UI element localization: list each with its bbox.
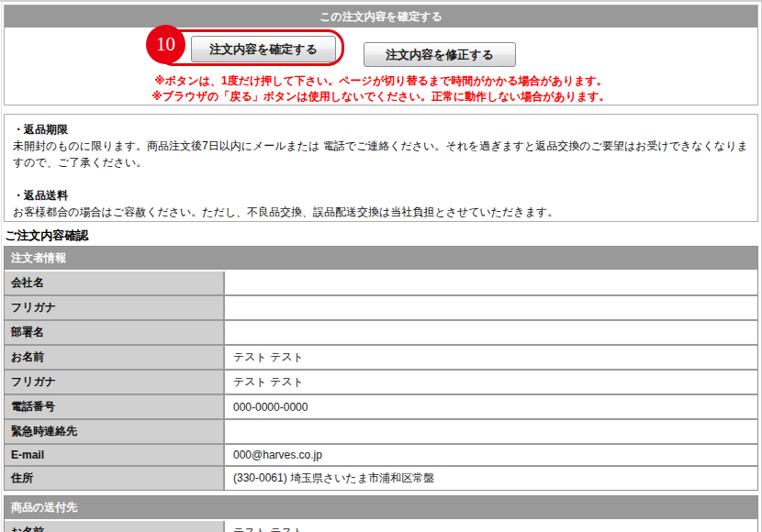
row-label: E-mail: [5, 445, 225, 467]
order-confirmation-heading: ご注文内容確認: [5, 227, 758, 244]
return-shipping-title: ・返品送料: [13, 187, 749, 204]
confirm-order-button[interactable]: 注文内容を確定する: [191, 36, 336, 62]
order-confirmation-page: この注文内容を確定する 注文内容を確定する 注文内容を修正する 10 ※ボタンは…: [4, 5, 758, 532]
row-value: テスト テスト: [225, 521, 757, 532]
row-value: テスト テスト: [225, 346, 757, 371]
return-deadline-title: ・返品期限: [13, 121, 749, 138]
row-value: [225, 272, 757, 296]
shipping-row-name: お名前 テスト テスト: [5, 521, 757, 532]
shipping-info-table: 商品の送付先 お名前 テスト テスト: [4, 495, 758, 532]
row-value: [225, 420, 757, 445]
orderer-row-phone: 電話番号 000-0000-0000: [5, 395, 757, 420]
confirm-box-title: この注文内容を確定する: [5, 6, 757, 28]
modify-order-button[interactable]: 注文内容を修正する: [364, 42, 516, 67]
row-label: フリガナ: [5, 296, 225, 321]
orderer-row-email: E-mail 000@harves.co.jp: [5, 445, 757, 467]
row-label: 部署名: [5, 321, 225, 346]
row-label: 電話番号: [5, 395, 225, 420]
return-deadline-body: 未開封のものに限ります。商品注文後7日以内にメールまたは 電話でご連絡ください。…: [13, 138, 749, 171]
policy-spacer: [13, 171, 749, 187]
return-shipping-body: お客様都合の場合はご容赦ください。ただし、不良品交換、誤品配送交換は当社負担とさ…: [13, 204, 749, 220]
row-value: [225, 321, 757, 346]
row-value: [225, 296, 757, 321]
orderer-row-department: 部署名: [5, 321, 757, 346]
orderer-info-header: 注文者情報: [5, 247, 757, 272]
row-value: テスト テスト: [225, 371, 757, 395]
confirm-action-box: この注文内容を確定する 注文内容を確定する 注文内容を修正する 10 ※ボタンは…: [4, 5, 758, 105]
row-label: 緊急時連絡先: [5, 420, 225, 445]
shipping-info-header-row: 商品の送付先: [5, 496, 757, 521]
return-policy-box: ・返品期限 未開封のものに限ります。商品注文後7日以内にメールまたは 電話でご連…: [4, 114, 758, 222]
row-label: お名前: [5, 346, 225, 371]
window-left-edge: [1, 0, 2, 532]
row-value: 000@harves.co.jp: [225, 445, 757, 467]
warning-press-once: ※ボタンは、1度だけ押して下さい。ページが切り替るまで時間がかかる場合があります…: [5, 73, 757, 89]
orderer-info-table: 注文者情報 会社名 フリガナ 部署名 お名前 テスト テスト フリガナ テスト …: [4, 246, 758, 491]
orderer-row-company-furigana: フリガナ: [5, 296, 757, 321]
orderer-row-address: 住所 (330-0061) 埼玉県さいたま市浦和区常盤: [5, 467, 757, 490]
row-value: 000-0000-0000: [225, 395, 757, 420]
row-label: 会社名: [5, 272, 225, 296]
row-label: お名前: [5, 521, 225, 532]
orderer-info-header-row: 注文者情報: [5, 247, 757, 272]
confirm-box-body: 注文内容を確定する 注文内容を修正する 10 ※ボタンは、1度だけ押して下さい。…: [5, 28, 757, 105]
warning-no-back-button: ※ブラウザの「戻る」ボタンは使用しないでください。正常に動作しない場合があります…: [5, 89, 757, 105]
row-label: 住所: [5, 467, 225, 490]
shipping-info-header: 商品の送付先: [5, 496, 757, 521]
orderer-row-company-name: 会社名: [5, 272, 757, 296]
orderer-row-emergency-contact: 緊急時連絡先: [5, 420, 757, 445]
step-10-badge: 10: [146, 25, 185, 64]
window-top-edge: [0, 0, 762, 2]
orderer-row-name-furigana: フリガナ テスト テスト: [5, 371, 757, 395]
row-label: フリガナ: [5, 371, 225, 395]
row-value: (330-0061) 埼玉県さいたま市浦和区常盤: [225, 467, 757, 490]
orderer-row-name: お名前 テスト テスト: [5, 346, 757, 371]
